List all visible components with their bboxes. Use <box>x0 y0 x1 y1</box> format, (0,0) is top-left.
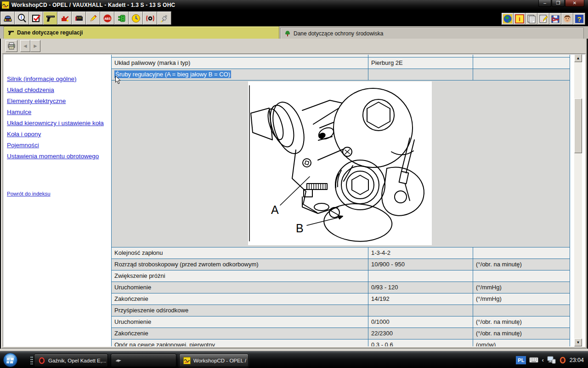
globe-button[interactable] <box>502 13 514 25</box>
sidebar-item-kola-i-opony[interactable]: Koła i opony <box>7 131 107 138</box>
link-label[interactable]: Powrót do indeksu <box>7 191 51 196</box>
person-face-icon <box>562 14 572 24</box>
table-row[interactable]: Rozrząd stroboskopowy (przed zwrotem odk… <box>112 259 570 270</box>
sidebar-item-hamulce[interactable]: Hamulce <box>7 109 107 115</box>
keyboard-icon[interactable] <box>529 356 538 363</box>
row-unit: (°/obr. na minutę) <box>473 328 570 339</box>
sidebar-item-silnik[interactable]: Silnik (informacje ogólne) <box>7 75 107 82</box>
close-button[interactable]: ✕ <box>565 0 584 7</box>
tray-collapse-chevron[interactable]: ‹ <box>542 356 543 363</box>
table-row[interactable]: Przyśpieszenie odśrodkowe <box>112 305 570 316</box>
page-toolbar: ◄ ► <box>2 39 586 54</box>
back-to-index-link[interactable]: Powrót do indeksu <box>7 189 51 197</box>
nav-forward-button[interactable]: ► <box>30 40 40 52</box>
printer-icon <box>7 42 16 50</box>
row-value: 14/192 <box>368 293 473 305</box>
print-button[interactable] <box>6 40 17 52</box>
adjustment-data-button[interactable] <box>43 12 57 25</box>
minimize-button[interactable]: – <box>538 0 551 7</box>
info-panel-button[interactable]: i <box>514 13 526 25</box>
tab-environment-data[interactable]: Dane dotyczące ochrony środowiska <box>280 28 584 39</box>
warning-lamps-button[interactable] <box>143 12 157 25</box>
help-button[interactable]: ? <box>573 13 585 25</box>
drive-icon <box>115 357 122 364</box>
inspection-check-button[interactable] <box>29 12 43 25</box>
row-unit: (omów) <box>473 339 570 347</box>
table-row-selected[interactable]: Śruby regulacyjne (A = bieg jałowy B = C… <box>112 69 570 80</box>
table-row[interactable]: Zakończenie 14/192 (°/mmHg) <box>112 293 570 305</box>
link-label[interactable]: Silnik (informacje ogólne) <box>7 75 77 82</box>
nav-back-button[interactable]: ◄ <box>20 40 30 52</box>
link-label[interactable]: Hamulce <box>7 109 31 115</box>
tab-label: Dane dotyczące regulacji <box>17 29 83 36</box>
app-logo-icon <box>2 1 9 9</box>
taskbar-button-label: Gaźnik, Opel Kadett E,... <box>48 358 107 363</box>
link-label[interactable]: Pojemności <box>7 142 39 149</box>
documents-icon <box>526 14 537 24</box>
link-label[interactable]: Koła i opony <box>7 131 41 138</box>
sidebar-item-ustawienia-momentu[interactable]: Ustawienia momentu obrotowego <box>7 153 107 160</box>
row-value: Pierburg 2E <box>368 58 473 69</box>
vertical-scrollbar[interactable]: ▲ ▼ <box>574 54 582 346</box>
row-value: 0.3 - 0.6 <box>368 339 473 347</box>
link-label[interactable]: Układ kierowniczy i ustawienie koła <box>7 120 104 126</box>
table-row[interactable]: Uruchomienie 0/1000 (°/obr. na minutę) <box>112 316 570 328</box>
globe-icon <box>503 14 513 24</box>
work-area: ◄ ► Silnik (informacje ogólne) Układ chł… <box>1 39 587 349</box>
table-row[interactable]: Uruchomienie 0/93 - 120 (°/mmHg) <box>112 282 570 293</box>
assistant-button[interactable] <box>561 13 573 25</box>
table-row[interactable]: Kolejność zapłonu 1-3-4-2 <box>112 247 570 259</box>
taskbar-button-workshopcd[interactable]: WorkshopCD - OPEL / ... <box>179 354 249 367</box>
taskbar-clock[interactable]: 23:04 <box>570 357 584 363</box>
row-value: 0/93 - 120 <box>368 282 473 293</box>
row-unit <box>473 58 570 69</box>
row-unit: (°/obr. na minutę) <box>473 316 570 328</box>
taskbar-button-drive[interactable] <box>111 354 176 367</box>
row-label: Układ paliwowy (marka i typ) <box>112 58 368 69</box>
restore-button[interactable]: ❐ <box>552 0 565 7</box>
scroll-up-button[interactable]: ▲ <box>574 54 582 62</box>
sidebar-item-uklad-kierowniczy[interactable]: Układ kierowniczy i ustawienie koła <box>7 120 107 126</box>
row-unit: (°/obr. na minutę) <box>473 259 570 270</box>
electrics-button[interactable] <box>114 12 129 25</box>
vehicle-data-button[interactable] <box>0 12 15 25</box>
table-row[interactable]: Opór na cewce zapłonowej, pierwotny 0.3 … <box>112 339 570 347</box>
sidebar: Silnik (informacje ogólne) Układ chłodze… <box>3 54 110 346</box>
toolbar-right-group: i ? <box>502 13 585 25</box>
link-label[interactable]: Układ chłodzenia <box>7 86 54 93</box>
table-row[interactable]: Zwiększenie próżni <box>112 270 570 282</box>
carburetor-diagram: A B <box>248 81 432 245</box>
row-label: Zwiększenie próżni <box>112 270 368 282</box>
notes-button[interactable] <box>86 12 100 25</box>
scroll-down-button[interactable]: ▼ <box>574 339 582 346</box>
language-indicator[interactable]: PL <box>516 356 526 364</box>
start-button[interactable] <box>3 352 18 368</box>
engine-data-button[interactable] <box>72 12 86 25</box>
service-times-button[interactable] <box>129 12 143 25</box>
search-info-button[interactable]: i <box>15 12 29 25</box>
edit-note-button[interactable] <box>537 13 549 25</box>
oil-can-icon <box>60 13 70 23</box>
save-key-button[interactable] <box>549 13 561 25</box>
tab-regulation-data[interactable]: Dane dotyczące regulacji <box>4 26 279 39</box>
spark-plug-button[interactable] <box>157 12 171 25</box>
table-row[interactable]: Zakończenie 22/2300 (°/obr. na minutę) <box>112 328 570 339</box>
sidebar-item-elementy-elektryczne[interactable]: Elementy elektryczne <box>7 98 107 104</box>
scrollbar-thumb[interactable] <box>574 98 582 153</box>
row-unit: (°/mmHg) <box>473 282 570 293</box>
network-computer-icon[interactable] <box>547 356 556 364</box>
table-row[interactable]: Układ paliwowy (marka i typ) Pierburg 2E <box>112 58 570 69</box>
link-label[interactable]: Elementy elektryczne <box>7 98 66 104</box>
lubricants-button[interactable] <box>57 12 72 25</box>
abs-data-button[interactable]: ABS <box>100 12 114 25</box>
sidebar-item-uklad-chlodzenia[interactable]: Układ chłodzenia <box>7 86 107 93</box>
svg-text:i: i <box>519 16 520 23</box>
opera-tray-icon[interactable] <box>559 356 566 364</box>
taskbar-button-label: WorkshopCD - OPEL / ... <box>193 358 249 363</box>
taskbar-button-gaznik[interactable]: Gaźnik, Opel Kadett E,... <box>34 354 108 367</box>
documents-button[interactable] <box>526 13 537 25</box>
link-label[interactable]: Ustawienia momentu obrotowego <box>7 153 99 160</box>
row-label: Przyśpieszenie odśrodkowe <box>112 305 368 316</box>
connector-icon <box>117 13 127 23</box>
sidebar-item-pojemnosci[interactable]: Pojemności <box>7 142 107 149</box>
